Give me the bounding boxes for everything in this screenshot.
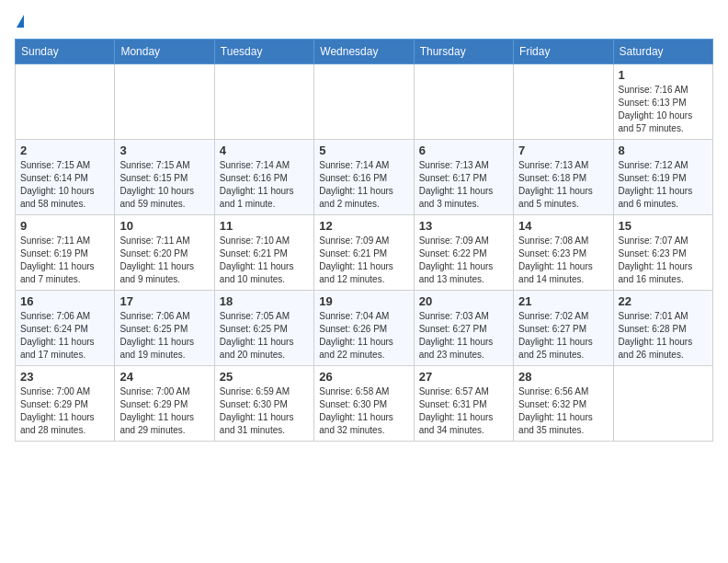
day-number: 14 — [518, 219, 608, 233]
day-number: 28 — [518, 370, 608, 384]
calendar-day-cell: 23Sunrise: 7:00 AM Sunset: 6:29 PM Dayli… — [16, 366, 115, 442]
day-of-week-header: Friday — [514, 40, 613, 64]
calendar-day-cell — [214, 64, 313, 140]
calendar-day-cell: 13Sunrise: 7:09 AM Sunset: 6:22 PM Dayli… — [414, 215, 513, 291]
day-info: Sunrise: 7:06 AM Sunset: 6:25 PM Dayligh… — [119, 310, 209, 362]
calendar-day-cell — [115, 64, 214, 140]
calendar-day-cell — [514, 64, 613, 140]
day-of-week-header: Monday — [115, 40, 214, 64]
calendar-day-cell: 12Sunrise: 7:09 AM Sunset: 6:21 PM Dayli… — [314, 215, 414, 291]
day-info: Sunrise: 6:58 AM Sunset: 6:30 PM Dayligh… — [319, 385, 408, 437]
day-number: 5 — [319, 144, 408, 157]
day-number: 21 — [518, 294, 608, 308]
calendar-day-cell — [16, 64, 115, 140]
day-info: Sunrise: 7:09 AM Sunset: 6:22 PM Dayligh… — [419, 235, 508, 286]
calendar-day-cell: 4Sunrise: 7:14 AM Sunset: 6:16 PM Daylig… — [214, 140, 313, 215]
day-number: 3 — [119, 144, 209, 157]
day-of-week-header: Saturday — [613, 40, 712, 64]
calendar-day-cell: 9Sunrise: 7:11 AM Sunset: 6:19 PM Daylig… — [16, 215, 115, 291]
day-info: Sunrise: 7:15 AM Sunset: 6:15 PM Dayligh… — [119, 159, 209, 211]
calendar-week-row: 16Sunrise: 7:06 AM Sunset: 6:24 PM Dayli… — [16, 291, 713, 366]
calendar-day-cell: 24Sunrise: 7:00 AM Sunset: 6:29 PM Dayli… — [115, 366, 214, 442]
day-number: 17 — [119, 294, 209, 308]
day-of-week-row: SundayMondayTuesdayWednesdayThursdayFrid… — [16, 40, 713, 64]
calendar-day-cell: 5Sunrise: 7:14 AM Sunset: 6:16 PM Daylig… — [314, 140, 414, 215]
calendar-day-cell: 21Sunrise: 7:02 AM Sunset: 6:27 PM Dayli… — [514, 291, 613, 366]
day-info: Sunrise: 7:06 AM Sunset: 6:24 PM Dayligh… — [20, 310, 109, 362]
day-info: Sunrise: 7:00 AM Sunset: 6:29 PM Dayligh… — [20, 385, 109, 437]
day-info: Sunrise: 7:14 AM Sunset: 6:16 PM Dayligh… — [319, 159, 408, 211]
day-number: 13 — [419, 219, 508, 233]
day-number: 2 — [20, 144, 109, 157]
day-info: Sunrise: 7:13 AM Sunset: 6:17 PM Dayligh… — [419, 159, 508, 211]
calendar-day-cell: 3Sunrise: 7:15 AM Sunset: 6:15 PM Daylig… — [115, 140, 214, 215]
day-number: 11 — [220, 219, 309, 233]
calendar-day-cell: 8Sunrise: 7:12 AM Sunset: 6:19 PM Daylig… — [613, 140, 712, 215]
calendar-day-cell: 27Sunrise: 6:57 AM Sunset: 6:31 PM Dayli… — [414, 366, 513, 442]
day-info: Sunrise: 6:59 AM Sunset: 6:30 PM Dayligh… — [220, 385, 309, 437]
calendar-week-row: 2Sunrise: 7:15 AM Sunset: 6:14 PM Daylig… — [16, 140, 713, 215]
calendar-day-cell: 1Sunrise: 7:16 AM Sunset: 6:13 PM Daylig… — [613, 64, 712, 140]
day-info: Sunrise: 7:03 AM Sunset: 6:27 PM Dayligh… — [419, 310, 508, 362]
calendar-body: 1Sunrise: 7:16 AM Sunset: 6:13 PM Daylig… — [16, 64, 713, 442]
day-number: 4 — [220, 144, 309, 157]
day-number: 12 — [319, 219, 408, 233]
calendar-day-cell: 11Sunrise: 7:10 AM Sunset: 6:21 PM Dayli… — [214, 215, 313, 291]
calendar-day-cell: 2Sunrise: 7:15 AM Sunset: 6:14 PM Daylig… — [16, 140, 115, 215]
day-info: Sunrise: 7:13 AM Sunset: 6:18 PM Dayligh… — [518, 159, 608, 211]
calendar-day-cell — [613, 366, 712, 442]
day-info: Sunrise: 7:10 AM Sunset: 6:21 PM Dayligh… — [220, 235, 309, 286]
calendar-day-cell — [314, 64, 414, 140]
logo — [15, 15, 24, 28]
day-info: Sunrise: 7:05 AM Sunset: 6:25 PM Dayligh… — [220, 310, 309, 362]
day-number: 25 — [220, 370, 309, 384]
calendar-day-cell: 16Sunrise: 7:06 AM Sunset: 6:24 PM Dayli… — [16, 291, 115, 366]
calendar-week-row: 23Sunrise: 7:00 AM Sunset: 6:29 PM Dayli… — [16, 366, 713, 442]
calendar-day-cell — [414, 64, 513, 140]
day-info: Sunrise: 7:07 AM Sunset: 6:23 PM Dayligh… — [619, 235, 708, 286]
calendar-day-cell: 18Sunrise: 7:05 AM Sunset: 6:25 PM Dayli… — [214, 291, 313, 366]
day-info: Sunrise: 7:11 AM Sunset: 6:20 PM Dayligh… — [119, 235, 209, 286]
day-info: Sunrise: 7:08 AM Sunset: 6:23 PM Dayligh… — [518, 235, 608, 286]
day-number: 6 — [419, 144, 508, 157]
calendar-day-cell: 26Sunrise: 6:58 AM Sunset: 6:30 PM Dayli… — [314, 366, 414, 442]
day-number: 19 — [319, 294, 408, 308]
day-info: Sunrise: 7:15 AM Sunset: 6:14 PM Dayligh… — [20, 159, 109, 211]
calendar-day-cell: 15Sunrise: 7:07 AM Sunset: 6:23 PM Dayli… — [613, 215, 712, 291]
day-info: Sunrise: 7:09 AM Sunset: 6:21 PM Dayligh… — [319, 235, 408, 286]
day-number: 27 — [419, 370, 508, 384]
day-info: Sunrise: 6:57 AM Sunset: 6:31 PM Dayligh… — [419, 385, 508, 437]
calendar-day-cell: 25Sunrise: 6:59 AM Sunset: 6:30 PM Dayli… — [214, 366, 313, 442]
day-info: Sunrise: 6:56 AM Sunset: 6:32 PM Dayligh… — [518, 385, 608, 437]
day-number: 18 — [220, 294, 309, 308]
calendar-day-cell: 19Sunrise: 7:04 AM Sunset: 6:26 PM Dayli… — [314, 291, 414, 366]
calendar-day-cell: 7Sunrise: 7:13 AM Sunset: 6:18 PM Daylig… — [514, 140, 613, 215]
calendar-table: SundayMondayTuesdayWednesdayThursdayFrid… — [15, 39, 713, 442]
calendar-week-row: 9Sunrise: 7:11 AM Sunset: 6:19 PM Daylig… — [16, 215, 713, 291]
day-number: 8 — [619, 144, 708, 157]
day-info: Sunrise: 7:16 AM Sunset: 6:13 PM Dayligh… — [619, 84, 708, 135]
calendar-day-cell: 22Sunrise: 7:01 AM Sunset: 6:28 PM Dayli… — [613, 291, 712, 366]
day-number: 1 — [619, 68, 708, 82]
day-of-week-header: Thursday — [414, 40, 513, 64]
day-number: 20 — [419, 294, 508, 308]
logo-arrow-icon — [17, 15, 24, 28]
calendar-day-cell: 28Sunrise: 6:56 AM Sunset: 6:32 PM Dayli… — [514, 366, 613, 442]
day-number: 24 — [119, 370, 209, 384]
day-number: 7 — [518, 144, 608, 157]
day-number: 26 — [319, 370, 408, 384]
day-of-week-header: Tuesday — [214, 40, 313, 64]
day-of-week-header: Sunday — [16, 40, 115, 64]
calendar-day-cell: 6Sunrise: 7:13 AM Sunset: 6:17 PM Daylig… — [414, 140, 513, 215]
day-of-week-header: Wednesday — [314, 40, 414, 64]
day-info: Sunrise: 7:02 AM Sunset: 6:27 PM Dayligh… — [518, 310, 608, 362]
calendar-day-cell: 10Sunrise: 7:11 AM Sunset: 6:20 PM Dayli… — [115, 215, 214, 291]
day-number: 9 — [20, 219, 109, 233]
day-number: 22 — [619, 294, 708, 308]
day-number: 23 — [20, 370, 109, 384]
calendar-day-cell: 17Sunrise: 7:06 AM Sunset: 6:25 PM Dayli… — [115, 291, 214, 366]
day-info: Sunrise: 7:12 AM Sunset: 6:19 PM Dayligh… — [619, 159, 708, 211]
day-info: Sunrise: 7:00 AM Sunset: 6:29 PM Dayligh… — [119, 385, 209, 437]
day-info: Sunrise: 7:01 AM Sunset: 6:28 PM Dayligh… — [619, 310, 708, 362]
day-number: 16 — [20, 294, 109, 308]
